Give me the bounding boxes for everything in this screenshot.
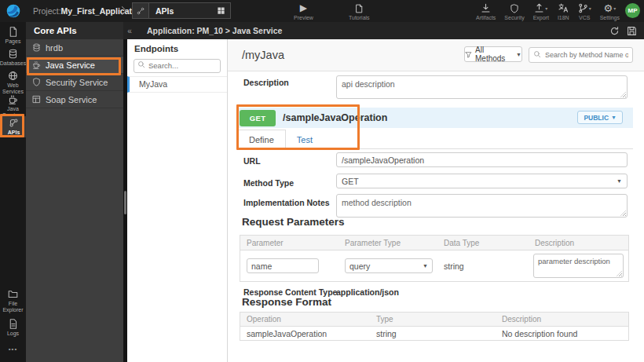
filter-funnel-icon bbox=[465, 51, 472, 58]
method-type-value: GET bbox=[342, 177, 359, 186]
refresh-icon[interactable] bbox=[609, 26, 620, 36]
translate-icon bbox=[558, 3, 569, 13]
soap-icon bbox=[32, 95, 41, 104]
method-type-select[interactable]: GET ▼ bbox=[336, 174, 628, 188]
response-content-type-value: application/json bbox=[336, 287, 399, 297]
vcs-button[interactable]: ▾ VCS bbox=[578, 3, 591, 20]
endpoints-panel: Endpoints MyJava bbox=[127, 39, 228, 362]
caret-down-icon: ▾ bbox=[613, 5, 616, 11]
column-header: Description bbox=[529, 239, 628, 247]
sidebar-item-pages[interactable]: Pages bbox=[0, 27, 26, 45]
artifacts-download-icon bbox=[481, 3, 491, 13]
preview-label: Preview bbox=[294, 15, 313, 20]
request-parameter-row: query ▼ string parameter description bbox=[240, 250, 628, 281]
parameter-description-textarea[interactable]: parameter description bbox=[533, 254, 624, 278]
artifacts-label: Artifacts bbox=[476, 15, 496, 20]
response-operation-value: sampleJavaOperation bbox=[240, 329, 370, 338]
play-icon: ▶ bbox=[300, 3, 307, 13]
response-format-row: sampleJavaOperation string No descriptio… bbox=[240, 327, 628, 340]
core-api-item-soap-service[interactable]: Soap Service bbox=[26, 91, 123, 108]
implementation-notes-textarea[interactable]: method description bbox=[336, 194, 628, 218]
application-sub-header: « Application: PM_10 > Java Service bbox=[123, 22, 644, 39]
search-icon bbox=[533, 50, 541, 58]
settings-button[interactable]: ⚙▾ Settings bbox=[600, 3, 620, 20]
column-header: Type bbox=[370, 315, 496, 324]
wavemaker-logo-icon[interactable] bbox=[5, 3, 21, 19]
core-apis-title: Core APIs bbox=[26, 22, 123, 39]
grid-icon[interactable] bbox=[217, 6, 225, 15]
tutorials-button[interactable]: Tutorials bbox=[349, 3, 370, 20]
database-icon bbox=[32, 43, 41, 52]
parameter-type-select[interactable]: query ▼ bbox=[345, 258, 433, 273]
caret-down-icon: ▼ bbox=[611, 115, 617, 120]
column-header: Parameter Type bbox=[338, 239, 437, 247]
panel-splitter[interactable] bbox=[123, 39, 127, 362]
visibility-dropdown[interactable]: PUBLIC ▼ bbox=[577, 111, 623, 124]
tab-test[interactable]: Test bbox=[286, 130, 324, 149]
apis-workspace-tab[interactable]: APIs bbox=[132, 2, 231, 19]
splitter-drag-handle[interactable] bbox=[124, 191, 126, 214]
operation-path: /sampleJavaOperation bbox=[283, 112, 387, 123]
save-icon[interactable] bbox=[627, 26, 637, 36]
preview-button[interactable]: ▶ Preview bbox=[294, 3, 313, 20]
method-type-label: Method Type bbox=[243, 178, 294, 188]
request-parameters-title: Request Parameters bbox=[242, 216, 345, 228]
parameter-name-input[interactable] bbox=[247, 258, 319, 273]
description-textarea[interactable]: api description bbox=[336, 75, 628, 99]
description-label: Description bbox=[243, 78, 289, 87]
user-avatar[interactable]: MP bbox=[625, 3, 640, 18]
caret-down-icon: ▼ bbox=[617, 178, 622, 184]
core-apis-panel: Core APIs hrdb Java Service Security Ser… bbox=[26, 22, 123, 362]
visibility-label: PUBLIC bbox=[584, 114, 609, 122]
sidebar-item-file-explorer[interactable]: File Explorer bbox=[0, 289, 26, 313]
search-icon bbox=[137, 60, 145, 68]
sidebar-item-databases[interactable]: Databases bbox=[0, 49, 26, 67]
core-api-item-java-service[interactable]: Java Service bbox=[26, 57, 123, 74]
column-header: Description bbox=[496, 315, 628, 324]
endpoints-title: Endpoints bbox=[134, 44, 227, 53]
security-button[interactable]: Security bbox=[504, 3, 524, 20]
url-label: URL bbox=[243, 156, 261, 166]
response-type-value: string bbox=[370, 329, 496, 338]
core-api-item-security-service[interactable]: Security Service bbox=[26, 74, 123, 91]
caret-down-icon: ▼ bbox=[516, 52, 521, 57]
project-label: Project: bbox=[33, 6, 61, 16]
export-button[interactable]: ▾ Export bbox=[533, 3, 549, 20]
request-parameters-table: Parameter Parameter Type Data Type Descr… bbox=[240, 235, 629, 282]
tab-define[interactable]: Define bbox=[237, 130, 286, 149]
more-options-icon[interactable]: ••• bbox=[0, 346, 26, 353]
endpoints-search-input[interactable] bbox=[134, 59, 221, 73]
coffee-icon bbox=[8, 94, 18, 104]
application-breadcrumb: Application: PM_10 > Java Service bbox=[147, 26, 282, 35]
all-methods-dropdown[interactable]: All Methods ▼ bbox=[464, 46, 522, 62]
i18n-button[interactable]: I18N bbox=[558, 3, 569, 20]
operation-tabs: Define Test bbox=[237, 130, 633, 149]
operation-bar[interactable]: GET /sampleJavaOperation PUBLIC ▼ bbox=[237, 108, 633, 128]
i18n-label: I18N bbox=[558, 15, 569, 20]
sidebar-item-java-services[interactable]: Java Services bbox=[0, 94, 26, 118]
data-type-value: string bbox=[437, 261, 529, 271]
all-methods-label: All Methods bbox=[475, 46, 513, 63]
sidebar-item-apis[interactable]: APIs bbox=[0, 116, 26, 137]
response-format-title: Response Format bbox=[242, 296, 331, 308]
endpoint-item-myjava[interactable]: MyJava bbox=[127, 76, 227, 93]
shield-icon bbox=[510, 3, 519, 13]
collapse-panel-icon[interactable]: « bbox=[123, 27, 136, 35]
sidebar-item-logs[interactable]: Logs bbox=[0, 319, 26, 337]
logs-file-icon bbox=[8, 319, 18, 329]
api-title: /myJava bbox=[242, 49, 284, 61]
core-api-item-hrdb[interactable]: hrdb bbox=[26, 39, 123, 57]
api-header-band: /myJava All Methods ▼ bbox=[228, 39, 644, 71]
method-badge[interactable]: GET bbox=[240, 110, 276, 126]
url-input[interactable] bbox=[336, 152, 628, 167]
implementation-notes-label: Implementation Notes bbox=[243, 198, 330, 207]
globe-icon bbox=[8, 71, 18, 81]
gear-icon: ⚙ bbox=[604, 3, 613, 13]
security-label: Security bbox=[504, 15, 524, 20]
response-format-table: Operation Type Description sampleJavaOpe… bbox=[240, 312, 629, 341]
tutorials-icon bbox=[354, 3, 364, 13]
sidebar-item-web-services[interactable]: Web Services bbox=[0, 71, 26, 94]
artifacts-button[interactable]: Artifacts bbox=[476, 3, 496, 20]
caret-down-icon: ▾ bbox=[545, 5, 547, 11]
method-search-input[interactable] bbox=[529, 47, 633, 63]
